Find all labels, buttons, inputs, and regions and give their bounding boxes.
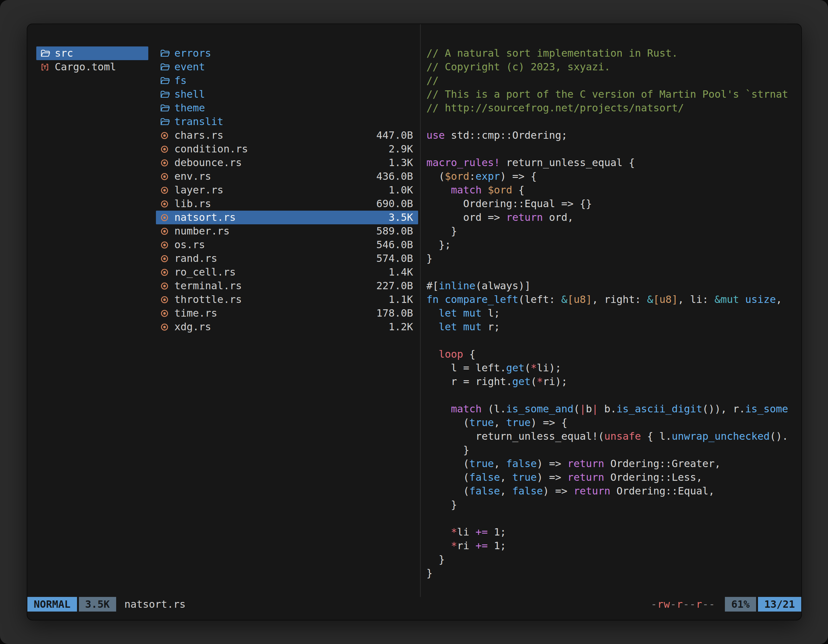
code-line: Ordering::Equal => {} — [427, 197, 790, 211]
status-bar: NORMAL 3.5K natsort.rs -rw-r--r-- 61% 13… — [27, 597, 801, 611]
code-line: let mut r; — [427, 320, 790, 334]
file-row-event[interactable]: event — [156, 60, 418, 74]
file-label: natsort.rs — [174, 211, 236, 224]
file-row-src[interactable]: src — [36, 47, 148, 60]
file-row-errors[interactable]: errors — [156, 47, 418, 60]
file-row-chars.rs[interactable]: chars.rs447.0B — [156, 128, 418, 142]
code-line: #[inline(always)] — [427, 279, 790, 293]
code-line: } — [427, 566, 790, 580]
code-line: loop { — [427, 348, 790, 361]
file-row-terminal.rs[interactable]: terminal.rs227.0B — [156, 279, 418, 293]
folder-open-icon — [41, 49, 52, 58]
code-line: use std::cmp::Ordering; — [427, 128, 790, 142]
file-row-fs[interactable]: fs — [156, 74, 418, 88]
folder-open-icon — [160, 104, 171, 112]
file-label: src — [55, 47, 73, 60]
file-manager-window: srcCargo.toml errorseventfsshellthemetra… — [27, 24, 802, 620]
file-row-Cargo.toml[interactable]: Cargo.toml — [36, 60, 148, 74]
code-line: *ri += 1; — [427, 539, 790, 553]
code-line: } — [427, 498, 790, 512]
file-size: 1.2K — [389, 320, 413, 334]
rust-icon — [160, 255, 171, 263]
file-row-translit[interactable]: translit — [156, 115, 418, 128]
file-row-theme[interactable]: theme — [156, 101, 418, 115]
code-line: } — [427, 224, 790, 238]
code-line: }; — [427, 238, 790, 252]
code-line — [427, 512, 790, 525]
file-label: terminal.rs — [174, 279, 242, 293]
file-row-rand.rs[interactable]: rand.rs574.0B — [156, 252, 418, 265]
code-line: } — [427, 252, 790, 265]
code-line: // http://sourcefrog.net/projects/natsor… — [427, 101, 790, 115]
cursor-position: 13/21 — [758, 597, 801, 611]
file-row-os.rs[interactable]: os.rs546.0B — [156, 238, 418, 252]
file-size-badge: 3.5K — [79, 597, 116, 611]
rust-icon — [160, 172, 171, 181]
code-line: } — [427, 553, 790, 566]
file-size: 546.0B — [376, 238, 413, 252]
code-line: r = right.get(*ri); — [427, 375, 790, 389]
folder-open-icon — [160, 77, 171, 85]
file-row-number.rs[interactable]: number.rs589.0B — [156, 224, 418, 238]
file-row-layer.rs[interactable]: layer.rs1.0K — [156, 183, 418, 197]
rust-icon — [160, 159, 171, 167]
file-label: shell — [174, 88, 205, 101]
file-label: fs — [174, 74, 187, 88]
code-line: match $ord { — [427, 183, 790, 197]
file-row-ro_cell.rs[interactable]: ro_cell.rs1.4K — [156, 265, 418, 279]
file-row-throttle.rs[interactable]: throttle.rs1.1K — [156, 293, 418, 306]
file-label: xdg.rs — [174, 320, 211, 334]
code-line: (true, true) => { — [427, 416, 790, 429]
file-size: 1.4K — [389, 265, 413, 279]
code-line: // A natural sort implementation in Rust… — [427, 47, 790, 60]
rust-icon — [160, 213, 171, 222]
file-label: debounce.rs — [174, 156, 242, 169]
file-permissions: -rw-r--r-- — [651, 597, 715, 611]
pane-divider — [420, 24, 421, 597]
file-row-xdg.rs[interactable]: xdg.rs1.2K — [156, 320, 418, 334]
code-line: let mut l; — [427, 306, 790, 320]
rust-icon — [160, 296, 171, 304]
file-label: event — [174, 60, 205, 74]
preview-pane[interactable]: // A natural sort implementation in Rust… — [427, 47, 790, 594]
current-pane: errorseventfsshellthemetranslitchars.rs4… — [156, 47, 418, 594]
mode-indicator: NORMAL — [27, 597, 77, 611]
file-label: theme — [174, 101, 205, 115]
file-size: 436.0B — [376, 169, 413, 183]
rust-icon — [160, 241, 171, 249]
code-line: // This is a port of the C version of Ma… — [427, 88, 790, 101]
file-label: ro_cell.rs — [174, 265, 236, 279]
code-line — [427, 115, 790, 128]
code-line: } — [427, 443, 790, 457]
file-label: condition.rs — [174, 142, 248, 156]
file-row-env.rs[interactable]: env.rs436.0B — [156, 169, 418, 183]
panes-container: srcCargo.toml errorseventfsshellthemetra… — [27, 24, 801, 597]
file-size: 447.0B — [376, 128, 413, 142]
file-row-shell[interactable]: shell — [156, 88, 418, 101]
file-size: 227.0B — [376, 279, 413, 293]
file-row-condition.rs[interactable]: condition.rs2.9K — [156, 142, 418, 156]
code-line: fn compare_left(left: &[u8], right: &[u8… — [427, 293, 790, 306]
rust-icon — [160, 145, 171, 154]
file-label: os.rs — [174, 238, 205, 252]
code-line — [427, 265, 790, 279]
code-line: l = left.get(*li); — [427, 361, 790, 375]
file-row-time.rs[interactable]: time.rs178.0B — [156, 306, 418, 320]
file-size: 589.0B — [376, 224, 413, 238]
scroll-percentage: 61% — [725, 597, 756, 611]
file-label: throttle.rs — [174, 293, 242, 306]
file-label: lib.rs — [174, 197, 211, 211]
code-line — [427, 142, 790, 156]
file-row-debounce.rs[interactable]: debounce.rs1.3K — [156, 156, 418, 169]
status-filename: natsort.rs — [124, 597, 186, 611]
code-line: macro_rules! return_unless_equal { — [427, 156, 790, 169]
toml-icon — [41, 63, 52, 71]
file-size: 1.0K — [389, 183, 413, 197]
code-line: (false, false) => return Ordering::Equal… — [427, 484, 790, 498]
file-size: 574.0B — [376, 252, 413, 265]
code-line: // — [427, 74, 790, 88]
code-line: (false, true) => return Ordering::Less, — [427, 471, 790, 484]
file-row-lib.rs[interactable]: lib.rs690.0B — [156, 197, 418, 211]
file-row-natsort.rs[interactable]: natsort.rs3.5K — [156, 211, 418, 224]
folder-open-icon — [160, 118, 171, 126]
